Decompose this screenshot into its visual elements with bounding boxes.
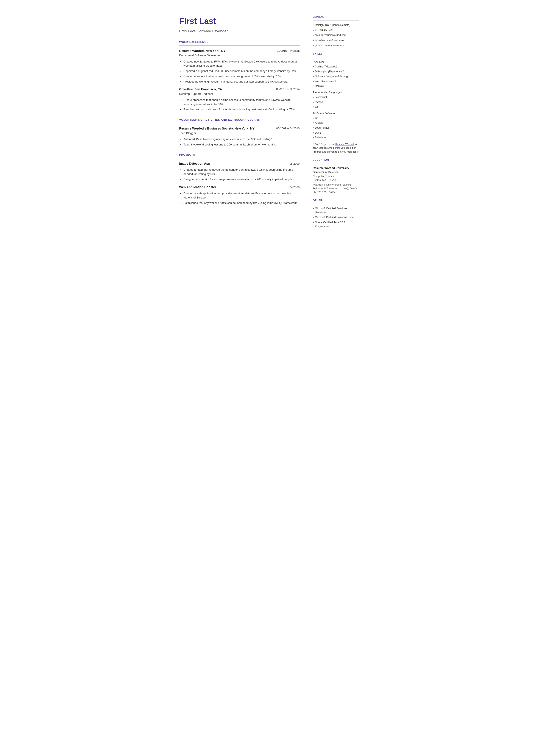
bullet-icon: • <box>313 116 314 121</box>
bullet-icon: • <box>313 79 314 84</box>
project-1-header: Image Detection App 05/2009 <box>179 161 300 166</box>
skill-item: • Git <box>313 116 359 121</box>
education-divider <box>313 163 359 163</box>
skills-section: SKILLS Hard Skill: • Coding (Advanced) •… <box>313 52 359 154</box>
skill-item: • Debugging (Experienced) <box>313 70 359 74</box>
bullet-icon: • <box>313 38 314 43</box>
list-item: Create processes that enable online acce… <box>183 98 300 106</box>
volunteer-1-role: Tech Blogger <box>179 131 255 135</box>
bullet-icon: • <box>313 207 314 214</box>
skill-item: • Rentals <box>313 84 359 88</box>
project-2-title: Web Application Booster <box>179 185 216 190</box>
skill-item: • LoadRunner <box>313 126 359 130</box>
education-heading: EDUCATION <box>313 158 359 162</box>
job-2-dates: 06/2010 – 12/2014 <box>276 87 299 91</box>
bullet-icon: • <box>313 220 314 228</box>
other-divider <box>313 204 359 204</box>
volunteer-1-header: Resume Worded's Business Society, New Yo… <box>179 126 300 135</box>
list-item: Authored 15 software engineering article… <box>183 137 300 141</box>
volunteer-1-dates: 06/2009 – 04/2010 <box>276 126 299 130</box>
job-2-header: Growthsi, San Francisco, CA Desktop Supp… <box>179 87 300 96</box>
other-item: • Microsoft Certified Solutions Expert. <box>313 215 359 220</box>
job-1-header: Resume Worded, New York, NY Entry Level … <box>179 49 300 58</box>
contact-github: • github.com/resumeworded <box>313 43 359 48</box>
skill-item: • Coding (Advanced) <box>313 65 359 69</box>
job-2-role: Desktop Support Engineer <box>179 92 222 96</box>
project-2-header: Web Application Booster 04/2009 <box>179 185 300 190</box>
skill-item: • Ansible <box>313 121 359 125</box>
list-item: Established that any website traffic can… <box>183 201 300 205</box>
education-field: Computer Science <box>313 174 359 178</box>
project-1-details: Created an app that removed the bottlene… <box>179 168 300 182</box>
bullet-icon: • <box>313 28 314 33</box>
skill-item: • JUnit <box>313 131 359 135</box>
contact-email: • email@resumeworded.com <box>313 33 359 38</box>
bullet-icon: • <box>313 70 314 74</box>
bullet-icon: • <box>313 33 314 38</box>
contact-divider <box>313 20 359 20</box>
list-item: Created a feature that improved the clic… <box>183 74 300 78</box>
project-1-date: 05/2009 <box>290 162 300 166</box>
project-2-details: Created a web application that provides … <box>179 191 300 205</box>
left-column: First Last Entry Level Software Develope… <box>171 9 306 747</box>
bullet-icon: • <box>313 121 314 125</box>
other-item: • Oracle Certified Java SE 7 Programmer. <box>313 220 359 228</box>
bullet-icon: • <box>313 131 314 135</box>
bullet-icon: • <box>313 23 314 27</box>
candidate-name: First Last <box>179 15 300 27</box>
resume-worded-link[interactable]: Resume Worded <box>335 143 354 146</box>
bullet-icon: • <box>313 74 314 79</box>
hard-skills-label: Hard Skill: <box>313 60 359 64</box>
education-section: EDUCATION Resume Worded University Bache… <box>313 158 359 194</box>
skill-item: • Selenium <box>313 136 359 140</box>
job-1-dates: 01/2015 – Present <box>277 49 299 53</box>
resume-worded-note: • Don't forget to use Resume Worded to s… <box>313 142 359 154</box>
skill-item: • Web Development <box>313 79 359 84</box>
bullet-icon: • <box>313 105 314 109</box>
job-1-role: Entry Level Software Developer <box>179 53 226 58</box>
bullet-icon: • <box>313 95 314 99</box>
bullet-icon: • <box>313 43 314 48</box>
work-experience-divider <box>179 45 300 46</box>
volunteer-1-details: Authored 15 software engineering article… <box>179 137 300 147</box>
contact-phone: • +1-234-456-789 <box>313 28 359 33</box>
projects-divider <box>179 158 300 158</box>
other-section: OTHER • Microsoft Certified Solutions De… <box>313 199 359 228</box>
list-item: Repaired a bug that reduced 800 user com… <box>183 69 300 73</box>
bullet-icon: • <box>313 215 314 220</box>
resume-page: First Last Entry Level Software Develope… <box>171 0 365 756</box>
other-heading: OTHER <box>313 199 359 202</box>
project-2-date: 04/2009 <box>290 185 300 189</box>
list-item: Created new features to RW's SPA network… <box>183 60 300 68</box>
volunteering-heading: VOLUNTEERING ACTIVITIES AND EXTRACURRICU… <box>179 118 300 122</box>
project-1-title: Image Detection App <box>179 161 210 166</box>
bullet-icon: • <box>313 100 314 104</box>
bullet-icon: • <box>313 126 314 130</box>
projects-heading: PROJECTS <box>179 153 300 157</box>
list-item: Provided networking, account maintenance… <box>183 79 300 84</box>
job-1-company: Resume Worded, New York, NY <box>179 49 226 53</box>
skill-item: • Python <box>313 100 359 104</box>
other-item: • Microsoft Certified Solutions Develope… <box>313 207 359 214</box>
skill-item: • C++ <box>313 105 359 109</box>
contact-section: CONTACT • Raleigh, NC (Open to Remote) •… <box>313 15 359 48</box>
bullet-icon: • <box>313 65 314 69</box>
list-item: Created an app that removed the bottlene… <box>183 168 300 176</box>
bullet-icon: • <box>313 84 314 88</box>
list-item: Taught weekend coding lessons to 200 com… <box>183 142 300 147</box>
skills-heading: SKILLS <box>313 52 359 56</box>
skills-divider <box>313 57 359 57</box>
job-2-company: Growthsi, San Francisco, CA <box>179 87 222 92</box>
education-awards: Awards: Resume Worded Teaching Fellow (o… <box>313 183 359 194</box>
list-item: Designed a blueprint for an image-to-voi… <box>183 177 300 182</box>
skill-item: • JavaScript <box>313 95 359 99</box>
right-column: CONTACT • Raleigh, NC (Open to Remote) •… <box>306 9 365 747</box>
education-degree: Bachelor of Science <box>313 170 359 174</box>
skill-item: • Software Design and Testing <box>313 74 359 79</box>
list-item: Created a web application that provides … <box>183 191 300 200</box>
candidate-title: Entry Level Software Developer <box>179 29 300 34</box>
contact-linkedin: • linkedin.com/in/username <box>313 38 359 43</box>
contact-location: • Raleigh, NC (Open to Remote) <box>313 23 359 27</box>
programming-languages-label: Programming Languages: <box>313 91 359 95</box>
volunteer-1-company: Resume Worded's Business Society, New Yo… <box>179 126 255 131</box>
